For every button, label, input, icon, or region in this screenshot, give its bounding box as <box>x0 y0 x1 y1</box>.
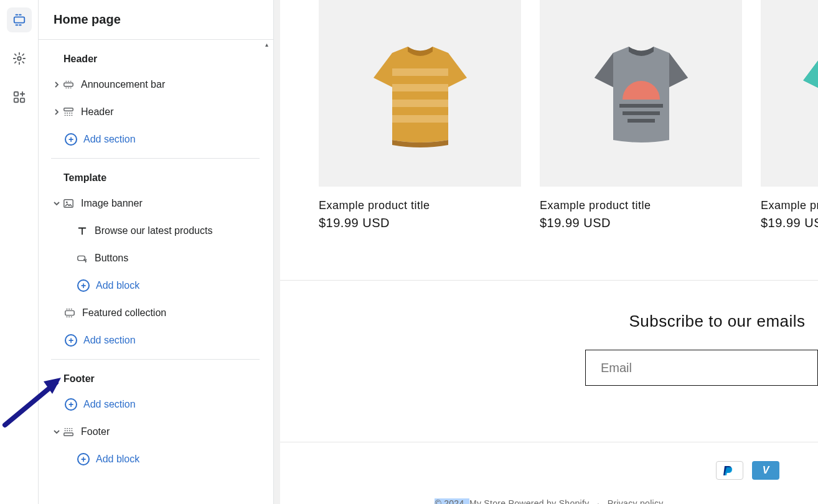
tshirt-striped-icon <box>358 34 482 152</box>
app-blocks-icon <box>12 90 26 104</box>
chevron-right-icon <box>51 109 62 115</box>
payment-icons: V <box>319 461 779 480</box>
chevron-down-icon <box>51 429 62 435</box>
svg-rect-18 <box>628 119 655 123</box>
button-icon <box>76 253 88 264</box>
group-template-label: Template <box>39 159 273 190</box>
product-card[interactable]: Example product ti $19.99 USD <box>761 0 818 230</box>
collection-icon <box>63 307 76 319</box>
add-section-label: Add section <box>83 335 136 346</box>
svg-rect-13 <box>392 84 448 91</box>
privacy-link[interactable]: Privacy policy <box>608 498 664 504</box>
plus-circle-icon: + <box>65 133 77 146</box>
product-title: Example product title <box>319 199 521 212</box>
tree-item-featured-collection[interactable]: Featured collection <box>39 299 273 327</box>
tree-label: Footer <box>81 426 110 437</box>
add-section-label: Add section <box>83 399 136 410</box>
apps-rail-button[interactable] <box>7 85 32 110</box>
email-input[interactable] <box>585 350 818 386</box>
image-icon <box>62 198 75 209</box>
svg-rect-3 <box>14 98 17 102</box>
subscribe-section: Subscribe to our emails <box>280 280 818 411</box>
text-icon <box>76 225 88 236</box>
svg-rect-4 <box>20 98 24 102</box>
tree-label: Header <box>81 106 113 118</box>
group-header-label: Header <box>39 40 273 71</box>
product-price: $19.99 USD <box>761 216 818 230</box>
preview-page[interactable]: Example product title $19.99 USD <box>280 0 818 504</box>
paypal-icon <box>721 464 738 477</box>
sidebar-scroll[interactable]: ▴ Header Announcement bar Header + Add s… <box>39 40 273 504</box>
plus-circle-icon: + <box>65 398 77 411</box>
tree-label: Featured collection <box>82 307 166 319</box>
product-image-placeholder <box>540 0 742 187</box>
tree-item-header[interactable]: Header <box>39 98 273 126</box>
product-title: Example product title <box>540 199 742 212</box>
plus-circle-icon: + <box>65 334 77 347</box>
svg-point-1 <box>17 57 21 60</box>
svg-rect-0 <box>14 17 24 22</box>
product-price: $19.99 USD <box>540 216 742 230</box>
svg-rect-14 <box>392 100 448 107</box>
footer-icon <box>62 426 75 437</box>
powered-by-link[interactable]: Powered by Shopify <box>509 498 590 504</box>
add-section-footer-top[interactable]: + Add section <box>39 391 273 418</box>
chevron-right-icon <box>51 82 62 88</box>
separator: · <box>597 498 599 504</box>
copyright-line: © 2024, My Store Powered by Shopify · Pr… <box>319 498 779 504</box>
copyright-year: © 2024, <box>435 498 469 504</box>
venmo-badge: V <box>752 461 779 480</box>
svg-rect-15 <box>392 115 448 123</box>
product-card[interactable]: Example product title $19.99 USD <box>540 0 742 230</box>
page-title: Home page <box>39 0 273 40</box>
tree-label: Image banner <box>81 198 143 209</box>
product-price: $19.99 USD <box>319 216 521 230</box>
tree-item-announcement-bar[interactable]: Announcement bar <box>39 71 273 98</box>
plus-circle-icon: + <box>77 453 90 465</box>
svg-rect-5 <box>64 83 73 86</box>
sections-sidebar: Home page ▴ Header Announcement bar Head… <box>39 0 274 504</box>
add-section-header[interactable]: + Add section <box>39 126 273 153</box>
svg-rect-12 <box>392 68 448 76</box>
add-block-label: Add block <box>96 280 139 291</box>
tree-item-footer[interactable]: Footer <box>39 418 273 446</box>
add-section-label: Add section <box>83 134 136 145</box>
product-title: Example product ti <box>761 199 818 212</box>
product-image-placeholder <box>761 0 818 187</box>
chevron-down-icon <box>51 200 62 207</box>
footer-bottom: V © 2024, My Store Powered by Shopify · … <box>280 442 818 504</box>
preview-canvas: Example product title $19.99 USD <box>274 0 818 504</box>
header-icon <box>62 106 75 118</box>
product-image-placeholder <box>319 0 521 187</box>
svg-rect-10 <box>65 310 74 315</box>
add-section-template[interactable]: + Add section <box>39 327 273 354</box>
subscribe-title: Subscribe to our emails <box>280 312 818 331</box>
tree-item-image-banner[interactable]: Image banner <box>39 190 273 217</box>
sections-rail-button[interactable] <box>7 7 32 32</box>
store-name-link[interactable]: My Store <box>469 498 509 504</box>
paypal-badge <box>716 461 743 480</box>
tree-item-buttons-block[interactable]: Buttons <box>39 245 273 272</box>
svg-rect-16 <box>619 104 663 108</box>
add-block-image-banner[interactable]: + Add block <box>39 272 273 299</box>
announcement-icon <box>62 79 75 90</box>
left-rail <box>0 0 39 504</box>
svg-rect-6 <box>64 108 73 111</box>
svg-rect-11 <box>64 433 73 436</box>
settings-rail-button[interactable] <box>7 46 32 71</box>
plus-circle-icon: + <box>77 279 90 292</box>
group-footer-label: Footer <box>39 360 273 391</box>
scroll-up-caret: ▴ <box>265 41 268 48</box>
tree-label: Announcement bar <box>81 79 165 90</box>
tree-label: Browse our latest products <box>95 225 212 236</box>
gear-icon <box>12 52 26 65</box>
svg-rect-2 <box>14 92 17 96</box>
tree-item-heading-block[interactable]: Browse our latest products <box>39 217 273 245</box>
add-block-footer[interactable]: + Add block <box>39 446 273 473</box>
product-grid: Example product title $19.99 USD <box>280 0 818 261</box>
svg-rect-17 <box>623 111 660 115</box>
tshirt-sunset-icon <box>579 34 703 152</box>
tshirt-teal-icon <box>798 34 818 152</box>
product-card[interactable]: Example product title $19.99 USD <box>319 0 521 230</box>
sections-icon <box>12 13 26 27</box>
